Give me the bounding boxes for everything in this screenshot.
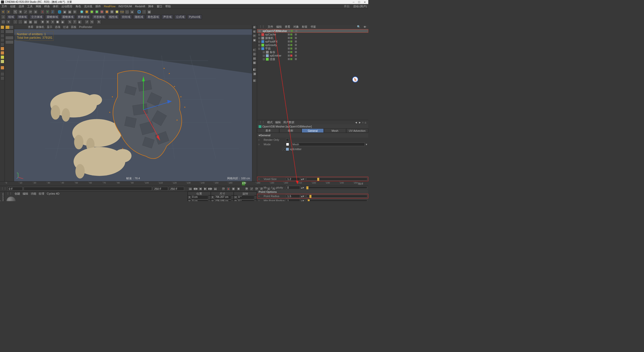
- vp-zoom-button[interactable]: ⊕: [253, 30, 257, 33]
- key-fcurve-button[interactable]: ∿: [272, 187, 276, 191]
- am-nav-fwd-icon[interactable]: ►: [358, 121, 361, 124]
- min-point-radius-slider[interactable]: [306, 199, 367, 201]
- mat-menu-edit[interactable]: 编辑: [23, 192, 28, 196]
- menu-tools[interactable]: 工具: [27, 5, 33, 8]
- xp-btn-13[interactable]: ↯: [67, 20, 72, 24]
- menu-insydium[interactable]: INSYDIUM: [118, 5, 132, 8]
- mesh-adaptivity-input[interactable]: [286, 186, 300, 189]
- content-browser-button[interactable]: ▦: [147, 10, 151, 14]
- close-icon[interactable]: ✕: [364, 1, 366, 4]
- render-settings-button[interactable]: ⚙: [72, 10, 77, 14]
- render-only-checkbox[interactable]: [286, 139, 289, 141]
- vp-menu-view[interactable]: 查看: [28, 25, 33, 29]
- field-sound[interactable]: 声音域: [162, 15, 173, 19]
- linked-checkbox[interactable]: ✓: [282, 148, 285, 151]
- psr-button[interactable]: PSR: [120, 10, 124, 14]
- vp-menu-display[interactable]: 显示: [47, 25, 52, 29]
- redo-button[interactable]: [6, 10, 11, 14]
- linked-emitter-row[interactable]: ✓ xpEmitter: [257, 147, 368, 152]
- vp-menu-filter[interactable]: 过滤: [63, 25, 68, 29]
- om-menu-bookmark[interactable]: 书签: [310, 25, 316, 29]
- om-menu-file[interactable]: 文件: [268, 25, 273, 29]
- range-end2-input[interactable]: [169, 187, 184, 191]
- x-axis-button[interactable]: X: [40, 10, 45, 14]
- viewport-solo-button[interactable]: [1, 72, 4, 76]
- uv-mode-button[interactable]: [1, 51, 4, 55]
- vp-tool-4[interactable]: ▦: [253, 61, 257, 65]
- null-button[interactable]: [79, 10, 84, 14]
- tree-row[interactable]: ⊟xpCache: [257, 33, 368, 36]
- minimize-icon[interactable]: ─: [353, 1, 354, 4]
- am-nav-back-icon[interactable]: ◄: [355, 121, 357, 124]
- mat-menu-cycles4d[interactable]: Cycles 4D: [47, 192, 59, 195]
- tree-row[interactable]: ⊟xpEmitter: [257, 54, 368, 57]
- size-input[interactable]: 706.207 cm: [214, 195, 231, 199]
- point-radius-slider[interactable]: [306, 195, 367, 197]
- pos-input[interactable]: 0 cm: [191, 199, 208, 201]
- move-button[interactable]: ✥: [18, 10, 23, 14]
- vp-tool-1[interactable]: ≡: [253, 48, 257, 52]
- xp-btn-15[interactable]: ◐: [77, 20, 82, 24]
- panel-grip-icon[interactable]: ⋮⋮: [7, 192, 12, 195]
- z-axis-button[interactable]: Z: [50, 10, 55, 14]
- snap-button[interactable]: [1, 66, 4, 70]
- live-select-button[interactable]: ↖: [13, 10, 18, 14]
- environment-button[interactable]: [105, 10, 109, 14]
- tree-row[interactable]: ⊟xpFluidFX: [257, 40, 368, 43]
- range-start-input[interactable]: [8, 187, 23, 191]
- vp-rotate-button[interactable]: ⟳: [253, 34, 257, 38]
- vp-tool-5[interactable]: ◧: [253, 68, 257, 71]
- menu-plugins[interactable]: 插件: [95, 5, 101, 8]
- spline-button[interactable]: [90, 10, 94, 14]
- xp-btn-14[interactable]: Т: [72, 20, 77, 24]
- menu-window[interactable]: 窗口: [157, 5, 162, 8]
- object-tree[interactable]: ⊟xpOpenVDBMesher⊟xpCache⊟摄像机⊟xpFluidFX⊟x…: [257, 29, 368, 120]
- xp-btn-17[interactable]: ⟲: [90, 20, 94, 24]
- menu-redshift[interactable]: Redshift: [135, 5, 145, 8]
- workplane-button[interactable]: S: [1, 60, 4, 63]
- field-sphere[interactable]: 球体域: [17, 15, 28, 19]
- range-end-input[interactable]: [153, 187, 168, 191]
- menu-pipeline[interactable]: 流水线: [84, 5, 92, 8]
- object-mode-button[interactable]: [1, 30, 4, 33]
- menu-volume[interactable]: 体积: [53, 5, 58, 8]
- vp-tool-6[interactable]: ◨: [253, 72, 257, 76]
- voxel-size-slider[interactable]: [306, 178, 367, 180]
- lastused-button[interactable]: ⊕: [33, 10, 38, 14]
- am-menu-edit[interactable]: 编辑: [275, 120, 281, 124]
- tab-coord[interactable]: 坐标: [279, 128, 301, 133]
- field-python[interactable]: Python域: [187, 15, 202, 19]
- xp-btn-5[interactable]: ▦: [23, 20, 28, 24]
- menu-character[interactable]: 角色: [75, 5, 81, 8]
- snap2-1[interactable]: [5, 25, 14, 29]
- key-overview-button[interactable]: ≡: [267, 187, 271, 191]
- menu-mesh[interactable]: 网格: [36, 5, 41, 8]
- scale-button[interactable]: ⤢: [23, 10, 28, 14]
- vp-tool-2[interactable]: ☰: [253, 52, 257, 56]
- rotate-button[interactable]: ⟳: [28, 10, 33, 14]
- maximize-icon[interactable]: ☐: [358, 1, 360, 4]
- field-linear[interactable]: 线性域: [107, 15, 119, 19]
- menu-realflow[interactable]: RealFlow: [104, 5, 115, 8]
- goto-end-button[interactable]: ⏭: [213, 187, 217, 191]
- snap2-3[interactable]: [5, 36, 14, 40]
- field-radial[interactable]: 径向域: [120, 15, 132, 19]
- field-random[interactable]: 随机域: [133, 15, 145, 19]
- menu-script[interactable]: 脚本: [148, 5, 154, 8]
- point-mode-button[interactable]: [1, 38, 4, 42]
- world-button[interactable]: 🌐: [57, 10, 62, 14]
- xp-btn-4[interactable]: ∴: [18, 20, 23, 24]
- size-input[interactable]: 429.449 cm: [214, 199, 231, 201]
- field-cube[interactable]: 立方体域: [29, 15, 44, 19]
- vp-menu-panel[interactable]: 面板: [71, 25, 76, 29]
- xp-btn-12[interactable]: ◉: [60, 20, 65, 24]
- vp-menu-prorender[interactable]: ProRender: [79, 25, 92, 28]
- vp-tool-3[interactable]: ▤: [253, 57, 257, 60]
- material-item[interactable]: CH_N: [7, 197, 16, 201]
- deformer-button[interactable]: [100, 10, 104, 14]
- snap2-4[interactable]: [5, 40, 14, 44]
- key-scale-button[interactable]: ⤢: [250, 187, 254, 191]
- om-search-icon[interactable]: 🔍: [357, 25, 360, 28]
- xp-btn-11[interactable]: ⬢: [55, 20, 60, 24]
- panel-grip-icon[interactable]: ⋮⋮: [259, 25, 265, 28]
